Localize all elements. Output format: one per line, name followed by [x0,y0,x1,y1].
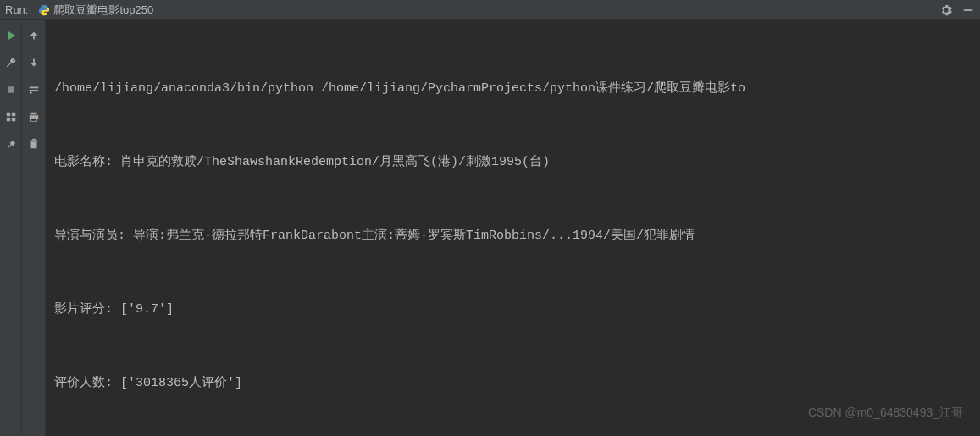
overflow-icon[interactable] [27,83,41,97]
trash-icon[interactable] [27,137,41,151]
run-tool-window-header: Run: 爬取豆瓣电影top250 [0,0,980,20]
svg-rect-1 [8,86,14,93]
console-line: /home/lijiang/anaconda3/bin/python /home… [54,76,972,101]
console-line: 评价人数: ['3018365人评价'] [54,371,972,395]
header-left: Run: 爬取豆瓣电影top250 [5,3,153,18]
svg-rect-14 [30,141,37,142]
svg-rect-8 [29,87,38,89]
svg-rect-10 [30,113,36,115]
header-right [939,3,975,17]
svg-rect-3 [11,113,14,116]
play-icon[interactable] [4,29,18,42]
down-arrow-icon[interactable] [27,56,41,69]
minimize-icon[interactable] [961,3,975,17]
run-label: Run: [5,3,33,16]
svg-rect-9 [29,90,38,91]
svg-rect-4 [6,118,9,121]
print-icon[interactable] [27,110,41,124]
console-output[interactable]: /home/lijiang/anaconda3/bin/python /home… [46,20,980,436]
svg-rect-0 [964,9,973,11]
main-area: /home/lijiang/anaconda3/bin/python /home… [0,20,980,436]
svg-rect-5 [11,118,14,121]
python-icon [38,4,50,16]
svg-rect-6 [33,35,35,39]
svg-rect-12 [30,119,36,122]
console-line: 导演与演员: 导演:弗兰克·德拉邦特FrankDarabont主演:蒂姆·罗宾斯… [54,224,972,248]
pin-icon[interactable] [4,137,18,151]
run-tab[interactable]: 爬取豆瓣电影top250 [38,3,153,18]
console-line: 电影名称: 肖申克的救赎/TheShawshankRedemption/月黑高飞… [54,150,972,174]
svg-rect-7 [33,59,35,63]
console-line: 影片评分: ['9.7'] [54,297,972,322]
svg-rect-15 [32,139,36,141]
tab-label: 爬取豆瓣电影top250 [53,3,153,18]
left-toolbar-primary [0,20,22,436]
stop-icon[interactable] [4,83,18,97]
left-toolbar-secondary [22,20,46,436]
svg-rect-13 [30,141,36,148]
wrench-icon[interactable] [4,56,18,69]
gear-icon[interactable] [939,3,953,17]
layout-icon[interactable] [4,110,18,124]
svg-rect-2 [6,113,9,116]
up-arrow-icon[interactable] [27,29,41,42]
